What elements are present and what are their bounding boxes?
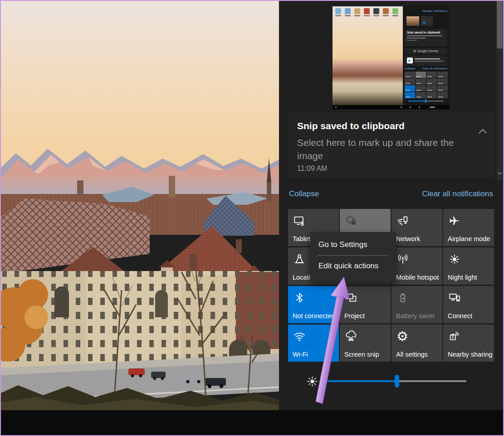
mini-desktop-icon — [335, 8, 341, 14]
menu-item-go-to-settings[interactable]: Go to Settings — [310, 237, 396, 253]
scroll-down-icon[interactable] — [497, 171, 502, 175]
mini-desktop-icon — [345, 8, 351, 14]
mini-desktop-icon — [392, 8, 398, 14]
wallpaper-scene — [0, 0, 279, 410]
brightness-slider-thumb[interactable] — [395, 375, 399, 388]
quick-action-label: Battery saver — [396, 312, 435, 320]
taskbar: U:0.00 Mbit/s D:0.04 Mbit/s ?i ENG 11:1 — [0, 410, 504, 436]
thumbnail-mini-screenshot-1 — [406, 16, 419, 26]
clear-all-notifications-link[interactable]: Clear all notifications — [422, 189, 493, 199]
nearby-icon — [448, 330, 461, 343]
thumbnail-mini-taskbar — [333, 105, 449, 109]
quick-action-connect[interactable]: Connect — [443, 286, 494, 323]
quick-action-label: Not connected — [293, 312, 335, 320]
quick-action-wifi[interactable]: Wi-Fi — [288, 325, 339, 362]
mini-desktop-icon — [354, 8, 360, 14]
notification-body: Select here to mark up and share the ima… — [297, 136, 459, 162]
mini-tile — [426, 78, 437, 85]
menu-divider — [318, 255, 389, 256]
project-icon — [345, 291, 357, 304]
notification-timestamp: 11:09 AM — [297, 165, 327, 173]
desktop-wallpaper — [0, 0, 279, 410]
quick-action-label: Screen snip — [344, 351, 379, 358]
thumbnail-quick-actions-grid — [405, 72, 448, 98]
thumbnail-links-row: CollapseClear all notifications — [405, 67, 447, 70]
notification-title: Snip saved to clipboard — [297, 121, 405, 131]
collapse-link[interactable]: Collapse — [289, 189, 319, 199]
thumbnail-chrome-group: Google Chrome — [405, 48, 447, 54]
mini-desktop-icon — [373, 8, 379, 14]
quick-action-battery-saver[interactable]: Battery saver — [391, 286, 442, 323]
mini-tile — [437, 85, 448, 92]
quick-action-mobile-hotspot[interactable]: Mobile hotspot — [391, 247, 442, 285]
connect-icon — [448, 291, 461, 304]
brightness-slider-fill — [328, 380, 397, 382]
chevron-up-icon[interactable] — [478, 129, 487, 134]
desktop-screen: Manage notifications Snip saved to clipb… — [0, 0, 504, 436]
hotspot-icon — [396, 253, 409, 266]
quick-action-label: Wi-Fi — [293, 351, 308, 358]
tile-context-menu: Go to SettingsEdit quick actions — [310, 232, 396, 282]
mini-tile — [437, 78, 448, 85]
mini-tile — [426, 85, 437, 92]
mini-desktop-icon — [364, 8, 370, 14]
quick-action-label: Mobile hotspot — [396, 274, 439, 281]
quick-action-nearby-sharing[interactable]: Nearby sharing — [443, 325, 494, 362]
notifications-scrollbar[interactable] — [497, 0, 503, 180]
mini-tile — [405, 72, 415, 78]
mini-tile — [405, 92, 415, 98]
snip-preview-thumbnail[interactable]: Manage notifications Snip saved to clipb… — [333, 6, 449, 109]
mini-tile — [416, 92, 426, 98]
quick-action-label: Network — [396, 235, 420, 242]
quick-action-bluetooth[interactable]: Not connected — [288, 286, 339, 323]
quick-action-label: Night light — [448, 274, 477, 281]
quick-action-airplane-mode[interactable]: Airplane mode — [443, 209, 494, 246]
thumbnail-brightness-slider — [408, 101, 444, 102]
tablet-icon — [293, 214, 306, 227]
night-icon — [448, 253, 461, 266]
mini-tile — [437, 72, 448, 78]
bluetooth-icon — [293, 291, 306, 304]
thumbnail-mini-screenshot-2 — [421, 16, 433, 26]
mini-tile — [426, 92, 437, 98]
quick-action-project[interactable]: Project — [340, 286, 391, 323]
menu-item-edit-quick-actions[interactable]: Edit quick actions — [310, 258, 396, 274]
mini-tile — [405, 78, 415, 85]
battery-icon — [396, 291, 409, 304]
thumbnail-desktop-icons — [335, 8, 398, 14]
quick-action-network[interactable]: Network — [391, 209, 442, 246]
thumbnail-manage-notifications-label: Manage notifications — [422, 10, 447, 12]
quick-action-screen-snip[interactable]: Screen snip — [340, 325, 391, 362]
settings-icon: ⚙ — [396, 330, 409, 343]
quick-action-night-light[interactable]: Night light — [443, 247, 494, 285]
thumbnail-telegram-notification — [405, 55, 447, 66]
snip-notification-card[interactable]: Snip saved to clipboard Select here to m… — [288, 112, 494, 178]
location-icon — [293, 253, 306, 266]
brightness-sun-icon — [306, 375, 319, 388]
snip-icon — [345, 330, 357, 343]
quick-action-label: Connect — [448, 312, 472, 320]
quick-action-label: All settings — [396, 351, 428, 358]
mini-tile — [405, 85, 415, 92]
wifi-icon — [293, 330, 306, 343]
thumbnail-snip-notification: Snip saved to clipboard — [405, 29, 447, 46]
mini-tile — [416, 78, 426, 85]
mini-tile — [437, 92, 448, 98]
quick-action-label: Nearby sharing — [448, 351, 492, 358]
mini-tile — [416, 72, 426, 78]
rotation-lock-icon — [345, 214, 357, 227]
action-center-panel: Manage notifications Snip saved to clipb… — [279, 0, 504, 410]
quick-action-all-settings[interactable]: ⚙All settings — [391, 325, 442, 362]
quick-action-label: Project — [344, 312, 365, 320]
mini-tile — [416, 85, 426, 92]
mini-tile — [426, 72, 437, 78]
airplane-icon — [448, 214, 461, 227]
quick-action-label: Airplane mode — [448, 235, 490, 242]
thumbnail-mini-wallpaper — [333, 6, 403, 105]
thumbnail-mini-action-center: Manage notifications Snip saved to clipb… — [403, 6, 449, 105]
network-icon — [396, 214, 409, 227]
mini-desktop-icon — [383, 8, 389, 14]
telegram-icon — [407, 58, 413, 63]
scrollbar-thumb[interactable] — [497, 0, 503, 48]
